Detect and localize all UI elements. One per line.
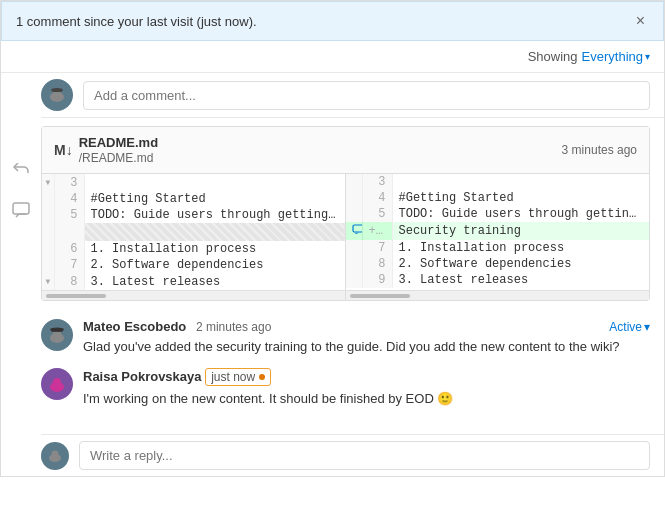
file-name: README.md [79,135,158,150]
comment-time-1: 2 minutes ago [196,320,271,334]
comment-meta-1: Mateo Escobedo 2 minutes ago Active ▾ [83,319,650,334]
diff-row: ▾ 3 [42,174,345,191]
diff-right-panel: 3 4 #Getting Started [346,174,649,290]
chevron-active-icon: ▾ [644,320,650,334]
svg-rect-0 [13,203,29,214]
diff-scrollbar[interactable] [42,290,649,300]
left-sidebar [1,73,41,476]
comments-section: Mateo Escobedo 2 minutes ago Active ▾ Gl… [41,309,664,430]
reply-input[interactable] [79,441,650,470]
file-path: /README.md [79,151,154,165]
current-user-avatar [41,79,73,111]
timestamp-badge: just now [205,368,271,386]
diff-row: 7 1. Installation process [346,240,649,256]
file-timestamp: 3 minutes ago [562,143,637,157]
comment-item-2: Raisa Pokrovskaya just now I'm working o… [41,368,650,408]
diff-row [42,223,345,241]
comment-input[interactable] [83,81,650,110]
comment-author-2: Raisa Pokrovskaya [83,369,202,384]
diff-row: 5 TODO: Guide users through getting y [346,206,649,222]
svg-point-11 [53,378,61,386]
markdown-icon: M↓ [54,142,73,158]
diff-row: 7 2. Software dependencies [42,257,345,273]
reply-input-row [41,434,664,476]
reply-user-avatar [41,442,69,470]
header-row: Showing Everything ▾ [1,41,664,73]
comment-body-2: Raisa Pokrovskaya just now I'm working o… [83,368,650,408]
svg-point-4 [51,88,63,92]
diff-row: 8 2. Software dependencies [346,256,649,272]
comment-text-1: Glad you've added the security training … [83,338,650,356]
comment-author-1: Mateo Escobedo [83,319,186,334]
showing-dropdown[interactable]: Everything [582,49,643,64]
just-now-text: just now [211,370,255,384]
comment-item-1: Mateo Escobedo 2 minutes ago Active ▾ Gl… [41,319,650,356]
raisa-avatar [41,368,73,400]
outer-flex: M↓ README.md /README.md 3 minutes ago [1,73,664,476]
diff-row: 6 1. Installation process [42,241,345,257]
active-badge[interactable]: Active ▾ [609,320,650,334]
comment-body-1: Mateo Escobedo 2 minutes ago Active ▾ Gl… [83,319,650,356]
comment-text-2: I'm working on the new content. It shoul… [83,390,650,408]
chevron-down-icon: ▾ [645,51,650,62]
comment-author-time-1: Mateo Escobedo 2 minutes ago [83,319,271,334]
comment-meta-2: Raisa Pokrovskaya just now [83,368,650,386]
notification-text: 1 comment since your last visit (just no… [16,14,257,29]
close-button[interactable]: × [632,12,649,30]
main-container: 1 comment since your last visit (just no… [0,0,665,477]
add-comment-row [41,73,664,118]
comment-author-time-2: Raisa Pokrovskaya just now [83,368,271,386]
file-section: M↓ README.md /README.md 3 minutes ago [41,126,650,301]
unread-dot [259,374,265,380]
diff-row-added: + 6. Security training [346,222,649,240]
showing-label: Showing [528,49,578,64]
svg-point-9 [50,328,64,332]
svg-rect-5 [353,225,362,232]
diff-row: 9 3. Latest releases [346,272,649,288]
chat-icon[interactable] [12,201,30,223]
diff-row: 4 #Getting Started [346,190,649,206]
diff-row: ▾ 8 3. Latest releases [42,273,345,290]
diff-container: ▾ 3 4 #Getting Started [42,174,649,300]
content-right: M↓ README.md /README.md 3 minutes ago [41,73,664,476]
file-title-area: M↓ README.md /README.md [54,135,158,165]
diff-left-panel: ▾ 3 4 #Getting Started [42,174,346,290]
file-header: M↓ README.md /README.md 3 minutes ago [42,127,649,174]
svg-point-13 [52,450,59,457]
reply-icon[interactable] [12,163,30,185]
diff-row: 5 TODO: Guide users through getting y [42,207,345,223]
diff-row: 3 [346,174,649,190]
mateo-avatar [41,319,73,351]
diff-row: 4 #Getting Started [42,191,345,207]
notification-bar: 1 comment since your last visit (just no… [1,1,664,41]
